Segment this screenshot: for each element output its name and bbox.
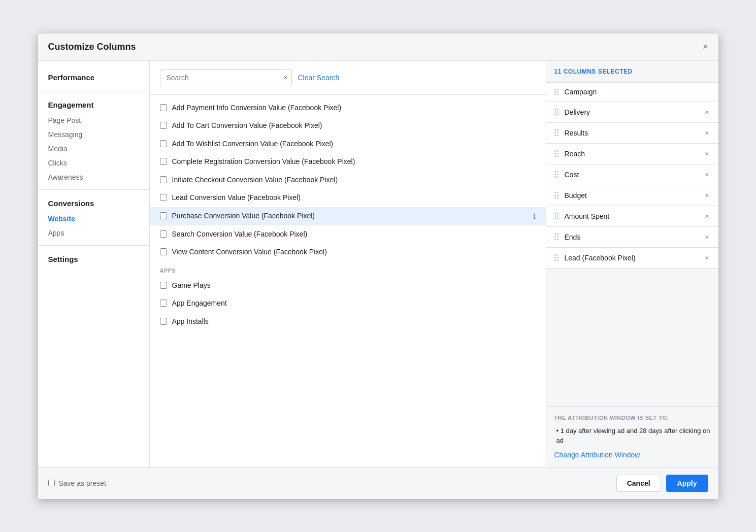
- list-item[interactable]: Complete Registration Conversion Value (…: [150, 153, 546, 171]
- sidebar-item-awareness[interactable]: Awareness: [38, 170, 149, 184]
- item-label-10: Game Plays: [172, 281, 211, 291]
- list-item[interactable]: Add To Wishlist Conversion Value (Facebo…: [150, 135, 546, 153]
- clear-search-button[interactable]: Clear Search: [298, 74, 340, 82]
- selected-item-name-ends: Ends: [565, 233, 698, 241]
- apply-button[interactable]: Apply: [666, 475, 708, 492]
- save-preset-checkbox[interactable]: [48, 480, 55, 486]
- save-preset-text: Save as preset: [59, 479, 106, 487]
- drag-handle-cost[interactable]: [553, 170, 560, 179]
- apps-section-label: APPS: [150, 261, 546, 277]
- cancel-button[interactable]: Cancel: [616, 475, 661, 492]
- list-item[interactable]: Lead Conversion Value (Facebook Pixel): [150, 189, 546, 207]
- search-bar: × Clear Search: [150, 61, 546, 95]
- item-checkbox-8[interactable]: [160, 230, 167, 238]
- sidebar-item-clicks[interactable]: Clicks: [38, 156, 149, 170]
- item-label-4: Complete Registration Conversion Value (…: [172, 157, 355, 167]
- item-checkbox-5[interactable]: [160, 176, 167, 183]
- items-list: Add Payment Info Conversion Value (Faceb…: [150, 95, 546, 467]
- item-checkbox-3[interactable]: [160, 140, 167, 147]
- list-item[interactable]: View Content Conversion Value (Facebook …: [150, 243, 546, 261]
- drag-handle-budget[interactable]: [553, 191, 560, 200]
- sidebar-item-apps[interactable]: Apps: [38, 226, 149, 240]
- item-checkbox-1[interactable]: [160, 104, 167, 111]
- selected-item-lead-fb-pixel: Lead (Facebook Pixel) ×: [546, 248, 718, 269]
- item-checkbox-9[interactable]: [160, 248, 167, 255]
- list-item[interactable]: Add To Cart Conversion Value (Facebook P…: [150, 117, 546, 135]
- remove-button-lead-fb-pixel[interactable]: ×: [703, 253, 711, 263]
- list-item[interactable]: Add Payment Info Conversion Value (Faceb…: [150, 99, 546, 117]
- save-preset-label[interactable]: Save as preset: [48, 479, 106, 487]
- modal-header: Customize Columns ×: [38, 34, 718, 61]
- item-label-7: Purchase Conversion Value (Facebook Pixe…: [172, 211, 315, 221]
- attribution-bullet-text: 1 day after viewing ad and 28 days after…: [556, 427, 710, 445]
- selected-item-cost: Cost ×: [546, 164, 718, 185]
- modal-body: Performance Engagement Page Post Messagi…: [38, 61, 718, 467]
- selected-item-name-amount-spent: Amount Spent: [565, 212, 698, 220]
- drag-handle-amount-spent[interactable]: [553, 212, 560, 220]
- selected-item-name-campaign: Campaign: [565, 88, 711, 96]
- sidebar-item-website[interactable]: Website: [38, 212, 149, 226]
- content-area: × Clear Search Add Payment Info Conversi…: [150, 61, 546, 467]
- change-attribution-window-link[interactable]: Change Attribution Window: [554, 451, 640, 459]
- list-item-purchase[interactable]: Purchase Conversion Value (Facebook Pixe…: [150, 207, 546, 225]
- item-checkbox-2[interactable]: [160, 122, 167, 129]
- selected-item-results: Results ×: [546, 123, 718, 144]
- drag-handle-results[interactable]: [553, 128, 560, 137]
- remove-button-ends[interactable]: ×: [703, 232, 711, 242]
- remove-button-reach[interactable]: ×: [703, 149, 711, 159]
- item-label-1: Add Payment Info Conversion Value (Faceb…: [172, 103, 342, 113]
- selected-item-name-budget: Budget: [565, 191, 698, 200]
- item-checkbox-12[interactable]: [160, 318, 167, 325]
- list-item-app-installs[interactable]: App Installs: [150, 313, 546, 331]
- item-label-3: Add To Wishlist Conversion Value (Facebo…: [172, 139, 334, 149]
- sidebar-item-page-post[interactable]: Page Post: [38, 113, 149, 127]
- search-clear-icon[interactable]: ×: [283, 74, 287, 82]
- sidebar-item-messaging[interactable]: Messaging: [38, 127, 149, 142]
- list-item-game-plays[interactable]: Game Plays: [150, 277, 546, 295]
- info-icon-7[interactable]: ℹ: [533, 212, 536, 220]
- attribution-section: THE ATTRIBUTION WINDOW IS SET TO: • 1 da…: [546, 406, 718, 467]
- search-input[interactable]: [160, 69, 292, 86]
- item-checkbox-7[interactable]: [160, 212, 167, 219]
- drag-handle-ends[interactable]: [553, 232, 560, 241]
- selected-item-budget: Budget ×: [546, 185, 718, 206]
- columns-selected-header: 11 COLUMNS SELECTED: [546, 61, 718, 83]
- selected-item-name-lead-fb-pixel: Lead (Facebook Pixel): [565, 254, 698, 262]
- item-checkbox-6[interactable]: [160, 194, 167, 201]
- sidebar-section-performance: Performance: [38, 69, 149, 86]
- selected-item-name-delivery: Delivery: [565, 108, 698, 116]
- remove-button-results[interactable]: ×: [703, 128, 711, 138]
- remove-button-budget[interactable]: ×: [703, 190, 711, 201]
- list-item[interactable]: Search Conversion Value (Facebook Pixel): [150, 225, 546, 244]
- attribution-bullet: • 1 day after viewing ad and 28 days aft…: [554, 426, 710, 446]
- close-icon[interactable]: ×: [703, 42, 708, 51]
- item-label-2: Add To Cart Conversion Value (Facebook P…: [172, 121, 322, 131]
- list-item[interactable]: Initiate Checkout Conversion Value (Face…: [150, 171, 546, 189]
- drag-handle-lead-fb-pixel[interactable]: [553, 253, 560, 262]
- list-item-app-engagement[interactable]: App Engagement: [150, 294, 546, 313]
- drag-handle-campaign[interactable]: [553, 88, 560, 96]
- item-label-12: App Installs: [172, 317, 209, 327]
- item-label-11: App Engagement: [172, 298, 227, 309]
- selected-item-name-cost: Cost: [565, 171, 698, 179]
- drag-handle-reach[interactable]: [553, 149, 560, 158]
- item-checkbox-11[interactable]: [160, 300, 167, 307]
- remove-button-cost[interactable]: ×: [703, 170, 711, 180]
- sidebar: Performance Engagement Page Post Messagi…: [38, 61, 150, 467]
- drag-handle-delivery[interactable]: [553, 108, 560, 116]
- attribution-bullet-dot: •: [556, 427, 561, 435]
- item-label-6: Lead Conversion Value (Facebook Pixel): [172, 193, 301, 203]
- item-checkbox-10[interactable]: [160, 282, 167, 289]
- selected-item-ends: Ends ×: [546, 227, 718, 248]
- selected-item-name-reach: Reach: [565, 150, 698, 158]
- sidebar-item-media[interactable]: Media: [38, 142, 149, 156]
- attribution-title: THE ATTRIBUTION WINDOW IS SET TO:: [554, 415, 710, 421]
- search-input-wrapper: ×: [160, 69, 292, 86]
- modal-title: Customize Columns: [48, 42, 136, 52]
- selected-list: Campaign Delivery ×: [546, 83, 718, 406]
- item-checkbox-4[interactable]: [160, 158, 167, 165]
- remove-button-delivery[interactable]: ×: [703, 107, 711, 117]
- remove-button-amount-spent[interactable]: ×: [703, 211, 711, 221]
- selected-item-amount-spent: Amount Spent ×: [546, 206, 718, 227]
- item-label-9: View Content Conversion Value (Facebook …: [172, 247, 327, 257]
